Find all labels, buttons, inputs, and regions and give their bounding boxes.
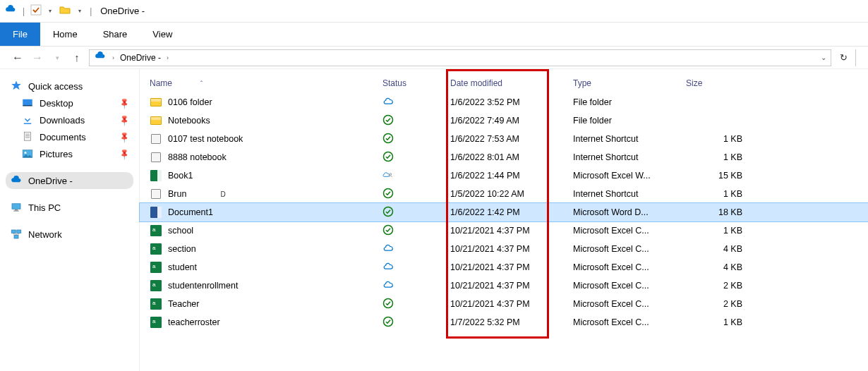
status-icon <box>382 298 394 311</box>
svg-rect-11 <box>15 209 18 211</box>
column-name[interactable]: Name ˆ <box>150 78 382 88</box>
file-row[interactable]: student 10/21/2021 4:37 PM Microsoft Exc… <box>140 258 868 276</box>
file-name: section <box>168 244 196 254</box>
tab-home[interactable]: Home <box>40 23 90 46</box>
sidebar-documents[interactable]: Documents 📌 <box>6 128 133 145</box>
window-title: OneDrive - <box>97 6 145 16</box>
breadcrumb-item[interactable]: OneDrive - <box>120 53 161 63</box>
folder-icon <box>150 96 162 109</box>
file-row[interactable]: Book1 1/6/2022 1:44 PM Microsoft Excel W… <box>140 166 868 185</box>
chevron-right-icon[interactable]: › <box>112 54 114 61</box>
file-type: Internet Shortcut <box>573 189 638 199</box>
file-row[interactable]: Teacher 10/21/2021 4:37 PM Microsoft Exc… <box>140 295 868 313</box>
file-size: 1 KB <box>723 152 742 162</box>
chevron-right-icon[interactable]: › <box>167 54 169 61</box>
status-icon <box>382 316 394 329</box>
file-size: 15 KB <box>718 171 742 181</box>
svg-rect-4 <box>25 132 31 140</box>
svg-rect-15 <box>14 236 18 239</box>
status-icon <box>382 243 394 256</box>
up-button[interactable]: ↑ <box>69 51 85 63</box>
breadcrumb-dropdown-icon[interactable]: ⌄ <box>821 54 826 61</box>
file-type: Microsoft Excel C... <box>573 317 649 327</box>
excel-csv-icon <box>150 224 162 237</box>
sidebar-downloads[interactable]: Downloads 📌 <box>6 111 133 128</box>
status-icon <box>382 133 394 146</box>
file-row[interactable]: Notebooks 1/6/2022 7:49 AM File folder <box>140 111 868 130</box>
status-icon <box>382 151 394 164</box>
file-date: 1/6/2022 7:53 AM <box>450 134 519 144</box>
column-status[interactable]: Status <box>382 78 446 88</box>
cloud-icon <box>94 50 107 65</box>
status-icon <box>382 169 394 183</box>
svg-rect-0 <box>31 5 41 15</box>
forward-button[interactable]: → <box>30 51 45 64</box>
excel-csv-icon <box>150 298 162 310</box>
tab-share[interactable]: Share <box>90 23 140 46</box>
file-row[interactable]: Document1 1/6/2022 1:42 PM Microsoft Wor… <box>140 203 868 221</box>
file-date: 10/21/2021 4:37 PM <box>450 244 530 254</box>
sidebar: Quick access Desktop 📌 Downloads 📌 <box>0 69 140 371</box>
file-date: 10/21/2021 4:37 PM <box>450 262 530 272</box>
titlebar-dropdown-icon[interactable]: ▾ <box>76 8 84 14</box>
sidebar-desktop[interactable]: Desktop 📌 <box>6 95 133 111</box>
sidebar-quick-access[interactable]: Quick access <box>6 78 133 95</box>
sidebar-label: OneDrive - <box>28 176 73 186</box>
search-area[interactable] <box>855 49 862 66</box>
file-name: 0106 folder <box>168 97 212 107</box>
excel-csv-icon <box>150 316 162 329</box>
tab-file[interactable]: File <box>0 23 40 46</box>
url-icon <box>150 151 162 164</box>
column-size[interactable]: Size <box>686 78 757 88</box>
file-row[interactable]: Brun D 1/5/2022 10:22 AM Internet Shortc… <box>140 185 868 203</box>
sidebar-network[interactable]: Network <box>6 226 133 243</box>
file-row[interactable]: section 10/21/2021 4:37 PM Microsoft Exc… <box>140 240 868 258</box>
file-name: Book1 <box>168 171 193 181</box>
file-name: Brun <box>168 189 186 199</box>
svg-rect-13 <box>11 230 16 233</box>
file-row[interactable]: studentenrollment 10/21/2021 4:37 PM Mic… <box>140 276 868 295</box>
sidebar-onedrive[interactable]: OneDrive - <box>6 172 133 189</box>
separator: | <box>21 6 26 16</box>
file-list: Name ˆ Status Date modified Type Size 01… <box>140 69 868 371</box>
refresh-button[interactable]: ↻ <box>836 52 851 63</box>
tab-view[interactable]: View <box>140 23 185 46</box>
file-row[interactable]: school 10/21/2021 4:37 PM Microsoft Exce… <box>140 221 868 240</box>
file-row[interactable]: teacherroster 1/7/2022 5:32 PM Microsoft… <box>140 313 868 332</box>
sidebar-label: This PC <box>28 202 61 213</box>
qat-dropdown-icon[interactable]: ▾ <box>46 8 54 14</box>
file-type: File folder <box>573 116 612 126</box>
file-name-suffix: D <box>220 190 225 198</box>
back-button[interactable]: ← <box>10 51 25 64</box>
pin-icon: 📌 <box>117 113 131 126</box>
sidebar-thispc[interactable]: This PC <box>6 199 133 216</box>
excel-icon <box>150 169 162 182</box>
file-type: Microsoft Excel W... <box>573 171 651 181</box>
file-date: 1/6/2022 8:01 AM <box>450 152 519 162</box>
file-name: Document1 <box>168 207 213 217</box>
file-size: 1 KB <box>723 134 742 144</box>
downloads-icon <box>21 114 34 126</box>
file-name: studentenrollment <box>168 281 238 291</box>
folder-icon <box>150 114 162 127</box>
recent-dropdown[interactable]: ▾ <box>49 54 65 61</box>
url-icon <box>150 133 162 145</box>
breadcrumb[interactable]: › OneDrive - › ⌄ <box>89 49 831 66</box>
column-type[interactable]: Type <box>573 78 686 88</box>
sidebar-pictures[interactable]: Pictures 📌 <box>6 145 133 162</box>
ribbon: File Home Share View <box>0 23 868 47</box>
file-size: 1 KB <box>723 317 742 327</box>
file-type: Microsoft Excel C... <box>573 226 649 236</box>
file-row[interactable]: 8888 notebook 1/6/2022 8:01 AM Internet … <box>140 148 868 166</box>
file-size: 2 KB <box>723 299 742 309</box>
separator: | <box>88 6 93 16</box>
file-row[interactable]: 0106 folder 1/6/2022 3:52 PM File folder <box>140 93 868 111</box>
sidebar-label: Network <box>28 229 62 240</box>
sidebar-label: Downloads <box>40 115 85 126</box>
file-row[interactable]: 0107 test notebook 1/6/2022 7:53 AM Inte… <box>140 130 868 148</box>
column-date-modified[interactable]: Date modified <box>446 78 573 88</box>
qat-checkbox-icon[interactable] <box>30 4 42 18</box>
file-type: Microsoft Word D... <box>573 207 649 217</box>
svg-rect-14 <box>17 230 21 233</box>
svg-rect-12 <box>13 211 19 212</box>
